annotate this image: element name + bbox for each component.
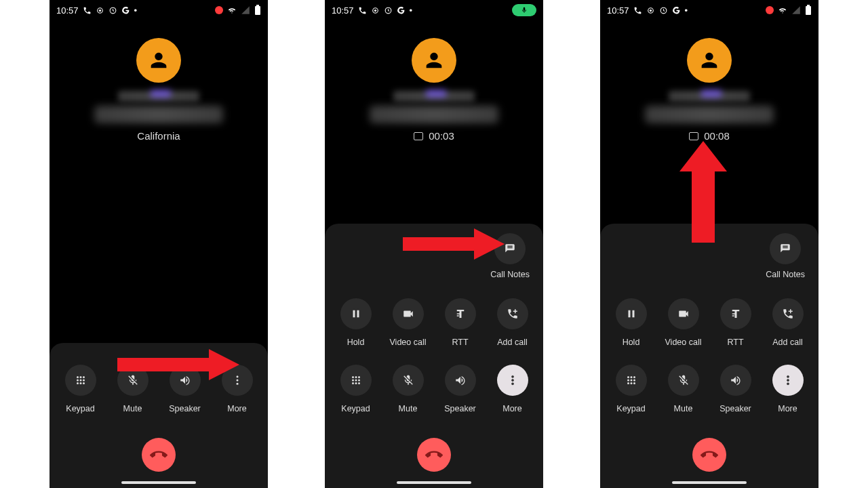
- caller-name-blurred: [118, 91, 199, 102]
- add-call-button[interactable]: Add call: [766, 298, 810, 347]
- status-time: 10:57: [332, 5, 354, 16]
- call-notes-button[interactable]: Call Notes: [490, 233, 530, 279]
- mute-button[interactable]: Mute: [111, 365, 155, 413]
- recording-indicator-icon: [215, 6, 223, 14]
- call-notes-button[interactable]: Call Notes: [766, 233, 805, 279]
- svg-point-10: [83, 380, 85, 382]
- speaker-button[interactable]: Speaker: [714, 365, 757, 413]
- mute-label: Mute: [123, 404, 142, 413]
- keypad-icon: [625, 374, 637, 386]
- wifi-icon: [227, 5, 237, 15]
- video-call-button[interactable]: Video call: [387, 298, 430, 347]
- home-indicator[interactable]: [397, 481, 471, 484]
- videocam-icon: [677, 308, 690, 320]
- svg-point-16: [236, 383, 238, 385]
- phone-icon: [633, 6, 642, 15]
- caller-info: 00:03: [325, 20, 543, 142]
- svg-point-20: [352, 376, 354, 378]
- add-call-button[interactable]: Add call: [491, 298, 534, 347]
- phone-icon: [83, 6, 92, 15]
- svg-point-23: [352, 380, 354, 382]
- sim-icon: [689, 132, 698, 140]
- keypad-button[interactable]: Keypad: [59, 365, 102, 413]
- svg-point-18: [374, 9, 376, 11]
- video-call-button[interactable]: Video call: [662, 298, 705, 347]
- home-indicator[interactable]: [121, 481, 196, 484]
- svg-point-21: [355, 376, 357, 378]
- avatar: [687, 38, 732, 83]
- status-time: 10:57: [56, 5, 79, 16]
- signal-icon: [791, 5, 801, 15]
- caller-number-blurred: [645, 106, 774, 123]
- svg-point-48: [787, 383, 789, 385]
- end-call-button[interactable]: [692, 438, 726, 472]
- call-notes-icon: [504, 243, 516, 255]
- google-g-icon: [397, 6, 406, 15]
- more-button[interactable]: More: [766, 365, 810, 413]
- keypad-button[interactable]: Keypad: [334, 365, 378, 413]
- battery-icon: [254, 5, 261, 16]
- svg-point-39: [633, 376, 635, 378]
- speaker-button[interactable]: Speaker: [439, 365, 482, 413]
- end-call-button[interactable]: [417, 438, 451, 472]
- svg-point-11: [77, 382, 79, 384]
- speaker-label: Speaker: [169, 404, 201, 413]
- call-notes-label: Call Notes: [490, 270, 530, 279]
- keypad-icon: [75, 374, 87, 386]
- svg-point-44: [630, 382, 632, 384]
- home-indicator[interactable]: [672, 481, 747, 484]
- end-call-icon: [701, 446, 718, 464]
- call-controls-panel: Keypad Mute Speaker More: [50, 343, 268, 488]
- end-call-button[interactable]: [142, 438, 176, 472]
- rtt-button[interactable]: RTT: [439, 298, 482, 347]
- google-g-icon: [121, 6, 130, 15]
- caller-info: California: [50, 20, 268, 142]
- rec-outline-icon: [646, 6, 655, 15]
- svg-point-8: [77, 380, 79, 382]
- rtt-button[interactable]: RTT: [714, 298, 757, 347]
- speaker-button[interactable]: Speaker: [163, 365, 207, 413]
- battery-icon: [805, 5, 812, 16]
- more-vert-icon: [507, 374, 519, 386]
- hold-button[interactable]: Hold: [610, 298, 653, 347]
- call-controls-panel-expanded: Call Notes Hold Video call RTT Add call: [600, 224, 818, 488]
- end-call-icon: [425, 446, 443, 464]
- phone-screenshot-1: 10:57 •: [50, 0, 268, 488]
- svg-point-1: [98, 9, 100, 11]
- svg-point-42: [633, 380, 635, 382]
- call-notes-label: Call Notes: [766, 270, 805, 279]
- mute-button[interactable]: Mute: [387, 365, 430, 413]
- sim-icon: [414, 132, 423, 140]
- svg-point-13: [83, 382, 85, 384]
- svg-point-6: [79, 376, 81, 378]
- status-time: 10:57: [607, 5, 629, 16]
- more-button[interactable]: More: [491, 365, 534, 413]
- keypad-button[interactable]: Keypad: [610, 365, 653, 413]
- svg-rect-3: [255, 6, 260, 15]
- mic-off-icon: [402, 374, 414, 386]
- svg-point-25: [358, 380, 360, 382]
- hold-button[interactable]: Hold: [334, 298, 378, 347]
- more-button[interactable]: More: [216, 365, 259, 413]
- svg-point-45: [633, 382, 635, 384]
- svg-point-14: [236, 375, 238, 378]
- google-g-icon: [672, 6, 681, 15]
- speaker-icon: [454, 374, 467, 386]
- clock-outline-icon: [108, 6, 117, 15]
- svg-point-31: [511, 383, 513, 385]
- svg-point-41: [630, 380, 632, 382]
- clock-outline-icon: [659, 6, 668, 15]
- svg-point-24: [355, 380, 357, 382]
- rec-outline-icon: [96, 6, 104, 15]
- person-icon: [698, 49, 721, 72]
- svg-point-5: [77, 376, 79, 378]
- svg-point-7: [83, 376, 85, 378]
- person-icon: [147, 49, 170, 72]
- svg-point-40: [627, 380, 629, 382]
- recording-indicator-icon: [766, 6, 774, 14]
- svg-point-43: [627, 382, 629, 384]
- status-bar: 10:57 •: [600, 0, 818, 20]
- mute-button[interactable]: Mute: [662, 365, 705, 413]
- svg-point-37: [627, 376, 629, 378]
- svg-rect-4: [256, 5, 259, 6]
